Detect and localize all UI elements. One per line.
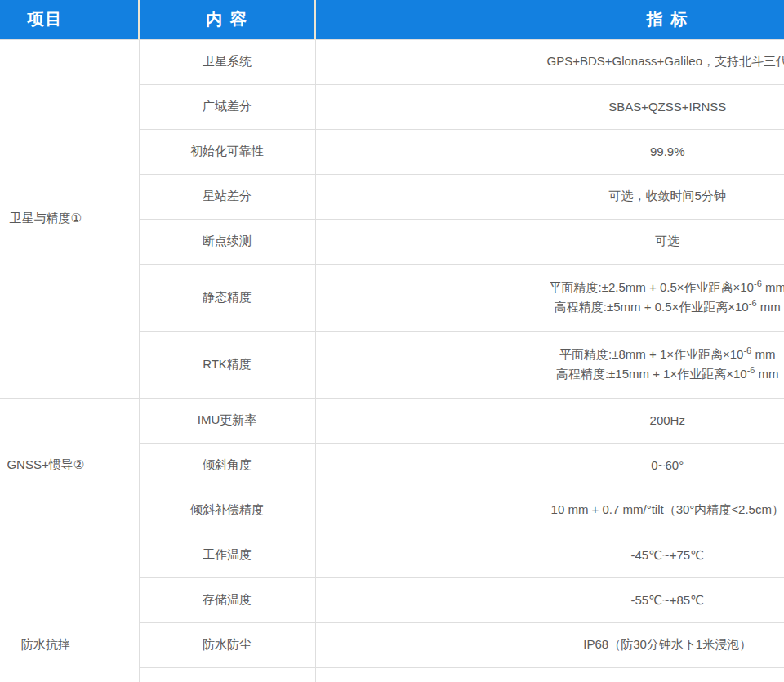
value-cell: 平面精度:±2.5mm + 0.5×作业距离×10-6 mm高程精度:±5mm … [315,264,784,331]
value-cell: 平面精度:±8mm + 1×作业距离×10-6 mm高程精度:±15mm + 1… [315,331,784,398]
value-cell: 200Hz [315,398,784,443]
superscript-exponent: -6 [743,345,751,355]
content-cell: IMU更新率 [139,398,315,443]
content-cell: 卫星系统 [139,39,315,84]
header-row: 项目 内 容 指 标 [0,0,784,39]
value-cell: -45℃~+75℃ [315,533,784,577]
content-cell: 星站差分 [139,174,315,219]
content-cell: 广域差分 [139,84,315,129]
value-text: mm [755,367,778,381]
table-row: GNSS+惯导②IMU更新率200Hz [0,398,784,443]
value-cell: GPS+BDS+Glonass+Galileo，支持北斗三代 [315,39,784,84]
header-cell-content: 内 容 [139,0,315,39]
value-line: 高程精度:±5mm + 0.5×作业距离×10-6 mm [316,297,784,317]
content-cell [139,667,315,682]
value-text: mm [751,347,775,361]
content-cell: 工作温度 [139,533,315,577]
superscript-exponent: -6 [747,365,755,375]
value-cell: SBAS+QZSS+IRNSS [315,84,784,129]
value-line: 平面精度:±8mm + 1×作业距离×10-6 mm [316,345,784,364]
content-cell: 静态精度 [139,264,315,331]
superscript-exponent: -6 [749,298,757,308]
content-cell: 初始化可靠性 [139,129,315,174]
value-cell: 可选，收敛时间5分钟 [315,174,784,219]
table-row: 防水抗摔工作温度-45℃~+75℃ [0,533,784,577]
value-cell: 10 mm + 0.7 mm/°tilt（30°内精度<2.5cm） [315,488,784,533]
content-cell: 存储温度 [139,577,315,622]
value-cell: 0~60° [315,443,784,488]
value-text: mm [762,280,784,294]
spec-table-header: 项目 内 容 指 标 [0,0,784,39]
value-text: 平面精度:±2.5mm + 0.5×作业距离×10 [550,280,754,294]
group-label-cell: 卫星与精度① [0,39,139,398]
value-line: 高程精度:±15mm + 1×作业距离×10-6 mm [316,364,784,384]
value-cell: 可选 [315,219,784,264]
value-cell: 99.9% [315,129,784,174]
value-text: 平面精度:±8mm + 1×作业距离×10 [559,347,743,361]
value-cell [315,667,784,682]
content-cell: RTK精度 [139,331,315,398]
value-cell: IP68（防30分钟水下1米浸泡） [315,622,784,667]
content-cell: 防水防尘 [139,622,315,667]
content-cell: 倾斜补偿精度 [139,488,315,533]
value-text: 高程精度:±15mm + 1×作业距离×10 [556,367,747,381]
value-line: 平面精度:±2.5mm + 0.5×作业距离×10-6 mm [316,278,784,297]
header-cell-item: 项目 [0,0,139,39]
group-label-cell: GNSS+惯导② [0,398,139,533]
value-text: 高程精度:±5mm + 0.5×作业距离×10 [555,300,749,314]
value-cell: -55℃~+85℃ [315,577,784,622]
spec-table: 项目 内 容 指 标 卫星与精度①卫星系统GPS+BDS+Glonass+Gal… [0,0,784,682]
content-cell: 断点续测 [139,219,315,264]
header-cell-index: 指 标 [315,0,784,39]
content-cell: 倾斜角度 [139,443,315,488]
spec-table-viewport: 项目 内 容 指 标 卫星与精度①卫星系统GPS+BDS+Glonass+Gal… [0,0,784,682]
spec-table-body: 卫星与精度①卫星系统GPS+BDS+Glonass+Galileo，支持北斗三代… [0,39,784,682]
value-text: mm [757,300,781,314]
table-row: 卫星与精度①卫星系统GPS+BDS+Glonass+Galileo，支持北斗三代 [0,39,784,84]
group-label-cell: 防水抗摔 [0,533,139,682]
superscript-exponent: -6 [754,279,762,288]
